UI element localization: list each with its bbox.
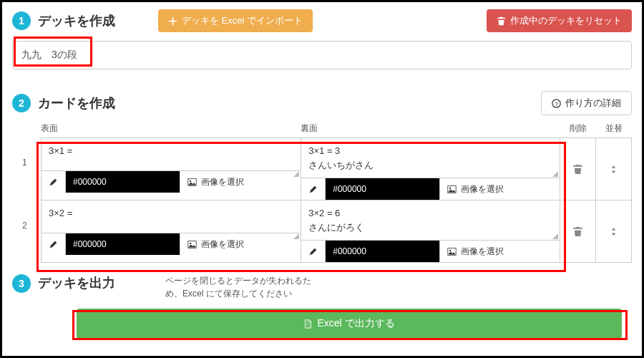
- svg-point-5: [449, 187, 451, 188]
- header-front: 表面: [41, 122, 301, 135]
- question-icon: ?: [552, 99, 561, 108]
- card-row: 2 3×2 = #000000 画像を選択: [41, 200, 632, 263]
- card-table: 表面 裏面 削除 並替 1 3×1 = #000000: [41, 122, 632, 263]
- reset-deck-button[interactable]: 作成中のデッキをリセット: [487, 9, 632, 32]
- resize-handle-icon[interactable]: [552, 233, 558, 239]
- export-excel-button[interactable]: Excel で出力する: [77, 309, 622, 339]
- back-face-cell: 3×1 = 3 さんいちがさん #000000 画像を選択: [301, 137, 560, 200]
- back-text-input[interactable]: 3×1 = 3 さんいちがさん: [301, 138, 560, 178]
- step1-badge: 1: [12, 11, 31, 30]
- color-hex-input[interactable]: #000000: [66, 171, 180, 193]
- header-sort: 並替: [596, 122, 632, 135]
- choose-image-button[interactable]: 画像を選択: [440, 178, 560, 200]
- trash-icon: [497, 16, 506, 26]
- deck-name-input[interactable]: 九九 3の段: [12, 41, 632, 69]
- image-icon: [447, 185, 457, 194]
- step1-header: 1 デッキを作成 デッキを Excel でインポート 作成中のデッキをリセット: [12, 9, 632, 32]
- resize-handle-icon[interactable]: [293, 233, 299, 239]
- step2-header: 2 カードを作成 ? 作り方の詳細: [12, 91, 632, 115]
- sort-handle[interactable]: [596, 200, 632, 263]
- save-note: ページを閉じるとデータが失われるた め、Excel にて保存してください: [165, 274, 311, 300]
- choose-image-button[interactable]: 画像を選択: [440, 241, 560, 262]
- svg-point-7: [190, 242, 191, 243]
- text-color-button[interactable]: [42, 233, 66, 255]
- deck-name-value: 九九 3の段: [21, 49, 77, 60]
- step1-title: デッキを作成: [38, 12, 115, 29]
- card-column-headers: 表面 裏面 削除 並替: [41, 122, 632, 135]
- plus-icon: [168, 16, 177, 26]
- step3-header: 3 デッキを出力 ページを閉じるとデータが失われるた め、Excel にて保存し…: [12, 274, 632, 300]
- front-text-input[interactable]: 3×1 =: [42, 138, 301, 170]
- brush-icon: [308, 185, 318, 194]
- back-face-cell: 3×2 = 6 さんにがろく #000000 画像を選択: [301, 200, 560, 263]
- color-hex-input[interactable]: #000000: [66, 233, 180, 255]
- svg-text:?: ?: [555, 100, 558, 107]
- color-hex-input[interactable]: #000000: [326, 178, 440, 200]
- file-icon: [303, 319, 313, 329]
- color-hex-input[interactable]: #000000: [326, 241, 440, 262]
- sort-arrows-icon: [608, 226, 619, 237]
- step2-badge: 2: [12, 94, 31, 112]
- front-face-cell: 3×1 = #000000 画像を選択: [41, 137, 301, 200]
- brush-icon: [49, 240, 58, 249]
- howto-detail-button[interactable]: ? 作り方の詳細: [541, 91, 632, 115]
- header-back: 裏面: [301, 122, 560, 135]
- choose-image-label: 画像を選択: [461, 246, 504, 258]
- reset-deck-label: 作成中のデッキをリセット: [510, 14, 622, 27]
- back-text-input[interactable]: 3×2 = 6 さんにがろく: [301, 200, 560, 240]
- resize-handle-icon[interactable]: [552, 171, 558, 177]
- export-excel-label: Excel で出力する: [317, 317, 394, 330]
- choose-image-label: 画像を選択: [461, 183, 504, 195]
- sort-arrows-icon: [608, 164, 619, 175]
- brush-icon: [49, 178, 58, 187]
- import-excel-label: デッキを Excel でインポート: [182, 14, 303, 27]
- text-color-button[interactable]: [42, 171, 66, 193]
- howto-detail-label: 作り方の詳細: [565, 97, 621, 110]
- app-frame: 1 デッキを作成 デッキを Excel でインポート 作成中のデッキをリセット …: [0, 0, 644, 358]
- step3-title: デッキを出力: [38, 274, 115, 291]
- svg-point-3: [190, 180, 191, 181]
- delete-card-button[interactable]: [560, 137, 596, 200]
- choose-image-button[interactable]: 画像を選択: [180, 233, 301, 255]
- sort-handle[interactable]: [596, 137, 632, 200]
- choose-image-button[interactable]: 画像を選択: [180, 171, 301, 193]
- front-face-cell: 3×2 = #000000 画像を選択: [41, 200, 301, 263]
- row-number: 2: [22, 221, 27, 231]
- resize-handle-icon[interactable]: [293, 171, 299, 177]
- svg-point-9: [449, 249, 451, 251]
- image-icon: [447, 247, 457, 256]
- trash-icon: [572, 164, 583, 175]
- choose-image-label: 画像を選択: [201, 238, 244, 251]
- text-color-button[interactable]: [301, 241, 326, 262]
- front-text-input[interactable]: 3×2 =: [42, 200, 301, 233]
- step3-badge: 3: [12, 274, 31, 293]
- import-excel-button[interactable]: デッキを Excel でインポート: [158, 9, 313, 32]
- trash-icon: [572, 226, 583, 237]
- header-delete: 削除: [560, 122, 596, 135]
- step2-title: カードを作成: [38, 95, 115, 112]
- row-number: 1: [22, 158, 27, 168]
- choose-image-label: 画像を選択: [201, 176, 244, 188]
- delete-card-button[interactable]: [560, 200, 596, 263]
- text-color-button[interactable]: [301, 178, 326, 200]
- image-icon: [187, 240, 197, 249]
- brush-icon: [308, 247, 318, 256]
- image-icon: [187, 178, 197, 187]
- card-row: 1 3×1 = #000000 画像を選択: [41, 137, 632, 200]
